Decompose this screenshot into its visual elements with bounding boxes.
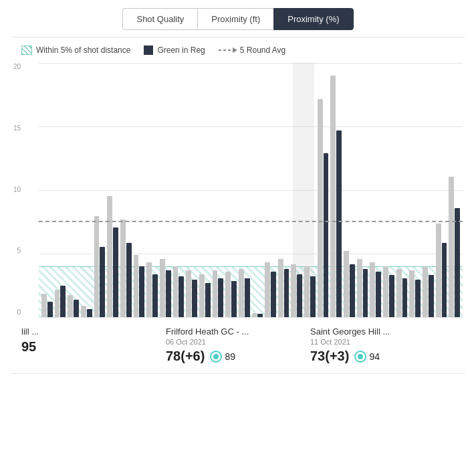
bar-group (318, 99, 329, 317)
legend-hatched-icon (21, 45, 32, 55)
bar-light (449, 177, 454, 317)
course-2-name: Frilford Heath GC - ... (166, 326, 310, 337)
bar-dark (442, 243, 447, 317)
bar-dark (231, 281, 237, 317)
course-2-badge: 89 (210, 351, 235, 363)
bar-dark (324, 153, 329, 317)
legend-hatched-label: Within 5% of shot distance (36, 45, 130, 55)
bar-group (370, 262, 381, 317)
bar-light (278, 259, 283, 317)
bar-dark (100, 247, 105, 317)
course-3-badge-circle (354, 351, 366, 363)
bar-light (383, 266, 388, 317)
bottom-divider (11, 373, 465, 374)
y-label-10: 10 (13, 186, 21, 193)
bar-light (213, 270, 218, 317)
course-1-score: 95 (21, 339, 36, 355)
course-2-badge-circle (210, 351, 222, 363)
bars-container (39, 63, 463, 317)
bar-light (199, 274, 205, 317)
course-1: lill ... 95 (21, 326, 166, 364)
bar-group (225, 272, 237, 317)
bar-dark (126, 243, 132, 317)
course-3-score: 73(+3) (310, 349, 349, 364)
bar-light (94, 216, 100, 317)
bar-dark (429, 275, 434, 317)
bar-group (120, 219, 132, 317)
course-2-score: 78(+6) (166, 349, 205, 364)
bar-dark (87, 309, 92, 317)
bar-dark (74, 300, 79, 317)
legend-hatched-item: Within 5% of shot distance (21, 45, 130, 55)
course-2-proximity: 89 (225, 351, 235, 362)
chart-footer: lill ... 95 Frilford Heath GC - ... 06 O… (0, 317, 476, 364)
bar-group (423, 266, 434, 317)
bar-group (68, 295, 79, 317)
bar-light (186, 270, 191, 317)
bar-group (81, 306, 92, 317)
legend-avg-label: 5 Round Avg (240, 45, 286, 55)
bar-dark (336, 130, 342, 317)
bar-light (134, 255, 139, 317)
bar-light (173, 266, 178, 317)
bar-dark (455, 208, 460, 317)
svg-marker-1 (233, 48, 237, 53)
legend-dark-label: Green in Reg (157, 45, 205, 55)
course-2-score-row: 78(+6) 89 (166, 349, 310, 364)
bar-light (225, 272, 231, 317)
tab-proximity-ft[interactable]: Proximity (ft) (197, 8, 273, 30)
bar-group (41, 294, 53, 317)
bar-light (396, 269, 402, 317)
bar-dark (415, 280, 421, 317)
course-3-date: 11 Oct 2021 (310, 338, 455, 346)
bar-group (278, 259, 289, 317)
y-label-20: 20 (13, 63, 21, 70)
bar-dark (363, 269, 368, 317)
bar-group (239, 269, 250, 317)
bar-light (370, 262, 375, 317)
bar-light (120, 219, 126, 317)
bar-light (146, 262, 152, 317)
avg-line: 9 (39, 221, 463, 222)
bar-dark (139, 266, 144, 317)
course-2: Frilford Heath GC - ... 06 Oct 2021 78(+… (166, 326, 310, 364)
bar-group (265, 262, 276, 317)
chart-wrapper: 20 15 10 5 0 9 (39, 63, 463, 317)
bar-dark (245, 278, 250, 317)
bar-light (107, 196, 112, 317)
bar-group (134, 255, 145, 317)
tabs-row: Shot Quality Proximity (ft) Proximity (%… (0, 0, 476, 37)
bar-group (107, 196, 118, 317)
y-label-0: 0 (13, 308, 21, 316)
bar-group (304, 266, 316, 317)
bar-dark (284, 269, 289, 317)
bar-light (409, 270, 414, 317)
bar-group (146, 262, 158, 317)
bar-light (239, 269, 244, 317)
bar-dark (166, 270, 171, 317)
bar-light (436, 223, 441, 317)
bar-light (81, 306, 86, 317)
tab-proximity-pct[interactable]: Proximity (%) (273, 8, 353, 30)
y-axis: 20 15 10 5 0 (13, 63, 21, 317)
bar-group (94, 216, 106, 317)
bar-group (396, 269, 408, 317)
bar-dark (205, 283, 211, 317)
course-3: Saint Georges Hill ... 11 Oct 2021 73(+3… (310, 326, 455, 364)
legend-dark-item: Green in Reg (144, 45, 205, 55)
bar-group (330, 76, 342, 317)
bar-light (318, 99, 323, 317)
bar-dark (60, 286, 66, 317)
y-label-5: 5 (13, 247, 21, 254)
bar-light (344, 251, 349, 317)
bar-light (55, 290, 60, 317)
bar-dark (271, 272, 276, 317)
bar-light (330, 76, 336, 317)
tab-shot-quality[interactable]: Shot Quality (122, 8, 197, 30)
bar-dark (376, 272, 381, 317)
bar-dark (389, 275, 394, 317)
bar-group (449, 177, 460, 317)
bar-dark (297, 274, 302, 317)
bar-dark (152, 274, 158, 317)
course-3-badge-dot (358, 354, 363, 359)
